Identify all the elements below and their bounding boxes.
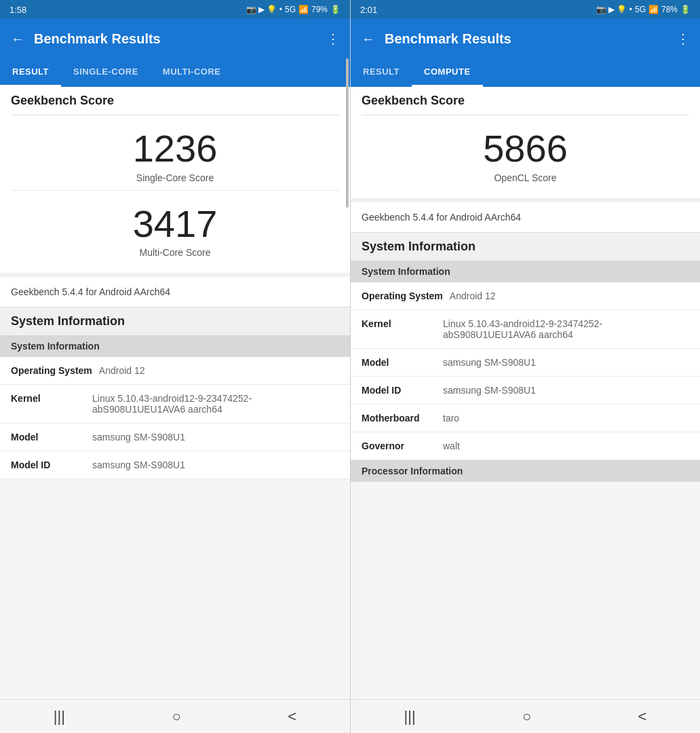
left-status-icons: 📷 ▶ 💡 •	[246, 5, 282, 14]
right-system-section-header: System Information	[351, 233, 700, 261]
left-battery: 79%	[311, 5, 328, 14]
left-info-kernel-value: Linux 5.10.43-android12-9-23474252-abS90…	[92, 393, 339, 415]
left-system-section-header: System Information	[0, 307, 350, 335]
left-time: 1:58	[9, 5, 26, 15]
left-subsection-title: System Information	[11, 341, 339, 352]
right-info-model-value: samsung SM-S908U1	[443, 357, 689, 368]
left-system-section-title: System Information	[11, 314, 339, 328]
right-geekbench-info: Geekbench 5.4.4 for Android AArch64	[351, 198, 700, 233]
right-opencl-number: 5866	[362, 128, 689, 170]
left-status-right: 📷 ▶ 💡 • 5G 📶 79% 🔋	[246, 5, 341, 14]
left-tabs: RESULT SINGLE-CORE MULTI-CORE	[0, 58, 350, 87]
left-tab-multi-core[interactable]: MULTI-CORE	[151, 58, 233, 87]
right-opencl-label: OpenCL Score	[362, 172, 689, 183]
left-status-bar: 1:58 📷 ▶ 💡 • 5G 📶 79% 🔋	[0, 0, 350, 19]
right-info-motherboard-value: taro	[443, 413, 689, 424]
left-info-model-key: Model	[11, 432, 85, 443]
right-network: 5G	[635, 5, 646, 14]
left-nav-bar: ||| ○ <	[0, 699, 350, 733]
left-back-button[interactable]: ←	[11, 31, 24, 47]
left-multi-core-number: 3417	[11, 203, 339, 245]
left-battery-icon: 🔋	[330, 5, 341, 14]
right-info-governor: Governor walt	[351, 432, 700, 460]
left-info-model: Model samsung SM-S908U1	[0, 424, 350, 451]
left-info-os-key: Operating System	[11, 365, 92, 376]
right-info-model-id: Model ID samsung SM-S908U1	[351, 377, 700, 405]
left-subsection-header: System Information	[0, 335, 350, 357]
left-info-model-id-value: samsung SM-S908U1	[92, 459, 339, 470]
left-signal-icon: 📶	[298, 5, 309, 14]
right-info-motherboard-key: Motherboard	[362, 413, 436, 424]
right-info-model: Model samsung SM-S908U1	[351, 349, 700, 377]
left-phone-panel: 1:58 📷 ▶ 💡 • 5G 📶 79% 🔋 ← Benchmark Resu…	[0, 0, 350, 733]
right-nav-back[interactable]: <	[638, 708, 647, 726]
right-info-os: Operating System Android 12	[351, 282, 700, 310]
right-processor-subsection-title: Processor Information	[362, 466, 689, 476]
right-tab-compute[interactable]: COMPUTE	[412, 58, 483, 87]
right-header-title: Benchmark Results	[385, 31, 667, 47]
right-status-icons: 📷 ▶ 💡 •	[596, 5, 632, 14]
right-status-bar: 2:01 📷 ▶ 💡 • 5G 📶 78% 🔋	[351, 0, 700, 19]
right-info-os-value: Android 12	[450, 290, 689, 301]
left-score-section: Geekbench Score 1236 Single-Core Score 3…	[0, 87, 350, 273]
left-multi-core-score-block: 3417 Multi-Core Score	[11, 191, 339, 265]
left-info-model-id: Model ID samsung SM-S908U1	[0, 451, 350, 479]
right-info-kernel-value: Linux 5.10.43-android12-9-23474252-abS90…	[443, 318, 689, 340]
right-content: Geekbench Score 5866 OpenCL Score Geekbe…	[351, 87, 700, 699]
left-info-kernel: Kernel Linux 5.10.43-android12-9-2347425…	[0, 385, 350, 424]
left-single-core-score-block: 1236 Single-Core Score	[11, 115, 339, 191]
right-system-section-title: System Information	[362, 240, 689, 254]
right-subsection-header: System Information	[351, 261, 700, 282]
right-back-button[interactable]: ←	[362, 31, 375, 47]
left-score-section-title: Geekbench Score	[11, 94, 339, 115]
left-info-kernel-key: Kernel	[11, 393, 85, 404]
right-processor-subsection-header: Processor Information	[351, 460, 700, 482]
left-info-model-value: samsung SM-S908U1	[92, 432, 339, 443]
right-status-right: 📷 ▶ 💡 • 5G 📶 78% 🔋	[596, 5, 691, 14]
right-subsection-title: System Information	[362, 266, 689, 277]
left-single-core-label: Single-Core Score	[11, 172, 339, 183]
left-info-model-id-key: Model ID	[11, 459, 85, 470]
left-tab-result[interactable]: RESULT	[0, 58, 61, 87]
left-network: 5G	[285, 5, 296, 14]
right-signal-icon: 📶	[648, 5, 659, 14]
right-score-section-title: Geekbench Score	[362, 94, 689, 115]
right-app-header: ← Benchmark Results ⋮	[351, 19, 700, 58]
right-opencl-score-block: 5866 OpenCL Score	[362, 115, 689, 190]
right-more-button[interactable]: ⋮	[676, 31, 689, 47]
right-score-section: Geekbench Score 5866 OpenCL Score	[351, 87, 700, 198]
left-nav-back[interactable]: <	[288, 708, 296, 726]
left-app-header: ← Benchmark Results ⋮	[0, 19, 350, 58]
left-nav-recent[interactable]: |||	[54, 708, 65, 726]
right-info-model-id-value: samsung SM-S908U1	[443, 385, 689, 396]
left-scroll-indicator	[346, 58, 349, 208]
left-info-os-value: Android 12	[99, 365, 339, 376]
left-tab-single-core[interactable]: SINGLE-CORE	[61, 58, 151, 87]
right-nav-home[interactable]: ○	[522, 708, 531, 726]
right-info-kernel: Kernel Linux 5.10.43-android12-9-2347425…	[351, 310, 700, 349]
left-header-title: Benchmark Results	[34, 31, 317, 47]
left-content: Geekbench Score 1236 Single-Core Score 3…	[0, 87, 350, 699]
right-info-governor-key: Governor	[362, 440, 436, 451]
right-info-governor-value: walt	[443, 440, 689, 451]
right-nav-recent[interactable]: |||	[404, 708, 416, 726]
left-more-button[interactable]: ⋮	[326, 31, 339, 47]
right-tab-result[interactable]: RESULT	[351, 58, 412, 87]
right-phone-panel: 2:01 📷 ▶ 💡 • 5G 📶 78% 🔋 ← Benchmark Resu…	[350, 0, 700, 733]
right-info-model-key: Model	[362, 357, 436, 368]
right-tabs: RESULT COMPUTE	[351, 58, 700, 87]
right-info-motherboard: Motherboard taro	[351, 405, 700, 432]
right-nav-bar: ||| ○ <	[351, 699, 700, 733]
left-single-core-number: 1236	[11, 128, 339, 170]
right-battery-icon: 🔋	[680, 5, 691, 14]
right-battery: 78%	[661, 5, 678, 14]
left-multi-core-label: Multi-Core Score	[11, 247, 339, 258]
left-info-os: Operating System Android 12	[0, 357, 350, 385]
right-info-model-id-key: Model ID	[362, 385, 436, 396]
right-info-kernel-key: Kernel	[362, 318, 436, 329]
right-time: 2:01	[360, 5, 377, 15]
left-nav-home[interactable]: ○	[172, 708, 181, 726]
left-geekbench-info: Geekbench 5.4.4 for Android AArch64	[0, 273, 350, 307]
right-info-os-key: Operating System	[362, 290, 443, 301]
